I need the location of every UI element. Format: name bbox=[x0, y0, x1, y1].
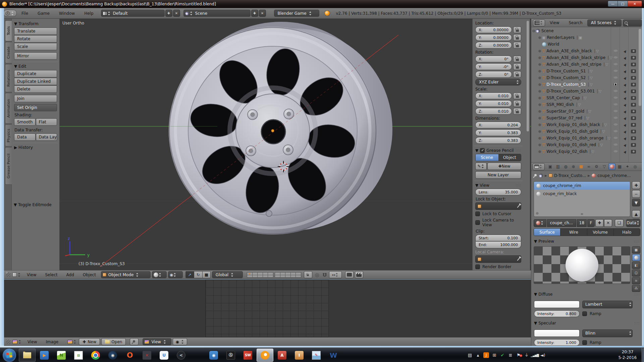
taskbar-origin[interactable]: O bbox=[121, 349, 138, 362]
expand-icon[interactable]: ⊕ bbox=[537, 62, 542, 67]
render-visibility-icon[interactable] bbox=[631, 150, 636, 154]
expand-icon[interactable]: ⊕ bbox=[537, 89, 542, 94]
rotation-z-field[interactable]: Z:0° bbox=[475, 71, 512, 78]
tab-physics[interactable]: Physics bbox=[5, 124, 12, 146]
selectable-icon[interactable]: ▶ bbox=[623, 69, 627, 73]
scale-z-field[interactable]: Z:0.010 bbox=[475, 108, 512, 115]
taskbar-chrome[interactable] bbox=[87, 349, 104, 362]
selectable-icon[interactable]: ▶ bbox=[623, 96, 627, 100]
taskbar-s6-app[interactable]: Ⓢ bbox=[222, 349, 239, 362]
taskbar-inventor[interactable]: I bbox=[291, 349, 308, 362]
expand-icon[interactable]: ⊕ bbox=[537, 123, 542, 127]
add-material-slot-button[interactable]: ✚ bbox=[632, 181, 640, 189]
taskbar-explorer[interactable] bbox=[19, 349, 36, 362]
outliner-row[interactable]: ⊕▽D-Troxx_Custom_S1|▽▶ bbox=[531, 68, 642, 74]
render-visibility-icon[interactable] bbox=[631, 123, 636, 127]
start-button[interactable] bbox=[3, 349, 16, 362]
scale-y-field[interactable]: Y:0.010 bbox=[475, 100, 512, 107]
search-input[interactable] bbox=[623, 19, 642, 26]
menu-help[interactable]: Help bbox=[79, 11, 98, 16]
resize-grip[interactable]: ≡ bbox=[581, 212, 583, 216]
taskbar-paint[interactable]: ✎ bbox=[308, 349, 325, 362]
selectable-icon[interactable]: ▶ bbox=[623, 103, 627, 107]
action-center-flag-icon[interactable]: ⚑✕ bbox=[515, 353, 523, 358]
lock-icon[interactable] bbox=[513, 100, 521, 107]
outliner-row[interactable]: ⊕▽Advan_A3E_dish_red_stripe|▽▶ bbox=[531, 61, 642, 68]
editor-type-selector[interactable] bbox=[12, 272, 22, 278]
eye-icon[interactable] bbox=[613, 63, 618, 66]
render-engine-selector[interactable]: Blender Game bbox=[274, 10, 319, 17]
tab-material-active[interactable] bbox=[608, 163, 615, 170]
grease-new-button[interactable]: ✚ New bbox=[487, 163, 521, 170]
editor-type-selector[interactable] bbox=[533, 163, 545, 170]
outliner-row[interactable]: ⊕▽Work_Equip_01_dish_red|▽▶ bbox=[531, 141, 642, 148]
tab-modifiers[interactable]: ⚙ bbox=[593, 163, 600, 170]
expand-icon[interactable]: ⊕ bbox=[537, 96, 542, 100]
tab-constraints[interactable]: ∞ bbox=[585, 163, 592, 170]
scene-selector[interactable]: Scene bbox=[183, 10, 251, 17]
clip-start-field[interactable]: Start:0.100 bbox=[475, 235, 521, 241]
editor-corner-grip[interactable] bbox=[6, 340, 10, 344]
outliner-scrollbar[interactable] bbox=[639, 29, 641, 106]
new-layer-button[interactable]: New Layer bbox=[475, 171, 521, 179]
outliner-row[interactable]: ⊕▽Advan_A3E_dish_black_stripe|▽▶ bbox=[531, 54, 642, 61]
menu-game[interactable]: Game bbox=[33, 11, 54, 16]
taskbar-eye-client[interactable]: ◉ bbox=[205, 349, 222, 362]
expand-icon[interactable]: ⊕ bbox=[537, 82, 542, 87]
preview-sphere-button[interactable] bbox=[632, 254, 640, 261]
eye-icon[interactable] bbox=[613, 90, 618, 93]
tab-animation[interactable]: Animation bbox=[5, 93, 12, 124]
add-layout-button[interactable]: ✚ bbox=[165, 10, 172, 17]
lock-icon[interactable] bbox=[513, 42, 521, 49]
editor-type-selector[interactable] bbox=[12, 339, 22, 345]
set-origin-button[interactable]: Set Origin bbox=[14, 104, 57, 111]
outliner-row[interactable]: ⊕▽SuperStar_07_red|▽▶ bbox=[531, 115, 642, 121]
duplicate-button[interactable]: Duplicate bbox=[14, 70, 57, 77]
editor-type-selector[interactable] bbox=[533, 19, 545, 26]
image-editor-canvas[interactable] bbox=[4, 280, 531, 337]
preview-flat-button[interactable]: ■ bbox=[632, 246, 640, 253]
move-slot-up-button[interactable]: ▲ bbox=[632, 210, 640, 218]
rotation-x-field[interactable]: X:0° bbox=[475, 56, 512, 62]
manipulator-translate-button[interactable]: ↗ bbox=[185, 271, 194, 278]
selectable-icon[interactable]: ▶ bbox=[623, 136, 627, 140]
clip-end-field[interactable]: End:1000.000 bbox=[475, 242, 521, 248]
taskbar-notepad-plus[interactable]: N bbox=[53, 349, 70, 362]
tab-object[interactable]: ■ bbox=[578, 163, 585, 170]
network-icon[interactable]: ▁▃▅▇ bbox=[531, 354, 539, 357]
eye-icon[interactable] bbox=[613, 143, 618, 146]
location-x-field[interactable]: X:0.00000 bbox=[475, 26, 512, 33]
history-panel-header[interactable]: ▶ History bbox=[14, 145, 57, 150]
tab-render-layers[interactable]: ▥ bbox=[554, 163, 561, 170]
grease-scene-tab[interactable]: Scene bbox=[476, 154, 498, 161]
outliner-row[interactable]: ⊕▽Advan_A3E_dish_black|▽▶ bbox=[531, 48, 642, 54]
lock-to-cursor-checkbox[interactable] bbox=[475, 212, 480, 216]
render-visibility-icon[interactable] bbox=[631, 96, 636, 100]
object-menu[interactable]: Object bbox=[79, 273, 100, 277]
render-visibility-icon[interactable] bbox=[631, 136, 636, 140]
panel-drag-dots[interactable]: :::: bbox=[516, 149, 521, 152]
taskbar-blender-active[interactable] bbox=[257, 349, 273, 362]
tab-object-data[interactable]: ▽ bbox=[601, 163, 608, 170]
snap-element-dropdown[interactable]: ↔ bbox=[329, 271, 342, 278]
view-menu[interactable]: View bbox=[23, 273, 40, 277]
rotation-y-field[interactable]: Y:-0° bbox=[475, 63, 512, 70]
tab-world[interactable]: ⊕ bbox=[570, 163, 577, 170]
manipulator-scale-button[interactable]: ■ bbox=[202, 271, 211, 278]
panel-drag-dots[interactable]: :::: bbox=[634, 293, 640, 296]
diffuse-intensity-slider[interactable]: Intensity:0.800 bbox=[534, 310, 580, 317]
task-list-icon[interactable]: ≣ bbox=[506, 353, 515, 358]
render-visibility-icon[interactable] bbox=[631, 69, 636, 73]
selectable-icon[interactable]: ▶ bbox=[623, 49, 627, 53]
lock-icon[interactable] bbox=[513, 26, 521, 33]
expand-icon[interactable]: ⊕ bbox=[537, 49, 542, 53]
lock-icon[interactable] bbox=[513, 56, 521, 62]
duplicate-linked-button[interactable]: Duplicate Linked bbox=[14, 78, 57, 85]
selectable-icon[interactable]: ▶ bbox=[623, 149, 627, 154]
diffuse-color-swatch[interactable] bbox=[534, 301, 580, 308]
dimensions-x-field[interactable]: X:0.204 bbox=[475, 122, 521, 128]
breadcrumb-object[interactable]: D-Troxx_Custo... bbox=[554, 173, 586, 178]
eye-icon[interactable] bbox=[613, 110, 618, 113]
expand-icon[interactable]: ⊕ bbox=[537, 116, 542, 120]
close-button[interactable]: ✕ bbox=[628, 1, 642, 7]
